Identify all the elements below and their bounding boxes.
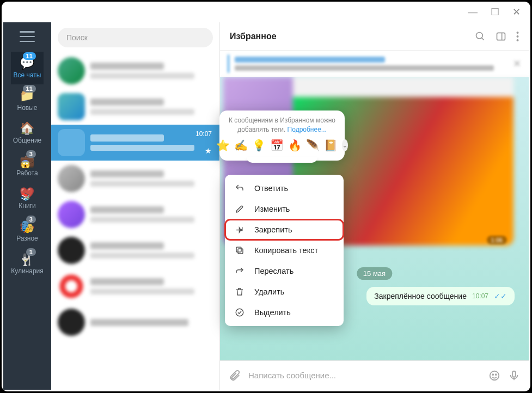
chat-header: Избранное: [220, 22, 529, 51]
message-input[interactable]: [248, 371, 481, 380]
svg-point-13: [236, 309, 243, 316]
chat-item[interactable]: [51, 196, 219, 232]
menu-select[interactable]: Выделить: [225, 302, 344, 323]
window-maximize[interactable]: ☐: [491, 6, 499, 18]
window-minimize[interactable]: —: [468, 7, 478, 18]
chat-item-selected[interactable]: 10:07 ★: [51, 125, 219, 161]
chat-item[interactable]: [51, 53, 219, 89]
attach-icon[interactable]: [229, 370, 241, 382]
menu-forward[interactable]: Переслать: [225, 261, 344, 281]
composer: [220, 360, 529, 390]
message-time: 10:07: [472, 292, 488, 300]
read-checks-icon: ✓✓: [494, 292, 507, 300]
tag-emoji[interactable]: 🔥: [288, 139, 302, 152]
svg-point-4: [517, 32, 519, 34]
chat-item[interactable]: [51, 268, 219, 304]
folder-cook[interactable]: 🍴🍸Кулинария1: [11, 248, 44, 280]
search-input[interactable]: Поиск: [58, 28, 213, 47]
menu-edit[interactable]: Изменить: [225, 199, 344, 219]
menu-button[interactable]: [20, 31, 35, 42]
tag-more-icon[interactable]: ⌄: [342, 139, 348, 151]
folder-work[interactable]: 💼😱Работа3: [11, 150, 44, 182]
folder-books[interactable]: ❤️📚Книги: [11, 182, 44, 215]
chat-item[interactable]: [51, 89, 219, 125]
svg-point-9: [496, 374, 497, 375]
search-icon[interactable]: [475, 31, 486, 42]
svg-point-7: [490, 371, 499, 380]
reply-icon: [235, 183, 246, 193]
folder-new[interactable]: 📁Новые11: [11, 84, 44, 117]
message-bubble[interactable]: Закреплённое сообщение 10:07 ✓✓: [366, 287, 515, 305]
delete-icon: [235, 287, 246, 297]
svg-point-0: [476, 32, 483, 39]
svg-rect-11: [238, 249, 243, 254]
svg-rect-10: [512, 371, 516, 377]
popover-hint: К сообщениям в Избранном можно добавлять…: [219, 116, 345, 138]
popover-more-link[interactable]: Подробнее...: [288, 126, 327, 133]
chat-item[interactable]: [51, 232, 219, 268]
emoji-icon[interactable]: [488, 370, 500, 382]
date-chip: 15 мая: [357, 267, 392, 280]
svg-line-1: [482, 38, 484, 40]
chat-time: 10:07: [195, 130, 212, 138]
tag-emoji[interactable]: ✍️: [234, 139, 248, 152]
chat-list-pane: Поиск 10:07 ★: [51, 22, 220, 390]
tag-emoji[interactable]: 💡: [252, 139, 266, 152]
folder-all[interactable]: 💬Все чаты11: [11, 52, 44, 84]
chat-item[interactable]: [51, 161, 219, 196]
tag-emoji[interactable]: 🪶: [306, 139, 320, 152]
window-close[interactable]: ✕: [512, 6, 521, 18]
tag-emoji[interactable]: ⭐: [216, 139, 230, 152]
menu-copy[interactable]: Копировать текст: [225, 240, 344, 261]
menu-delete[interactable]: Удалить: [225, 281, 344, 302]
context-menu: ОтветитьИзменитьЗакрепитьКопировать текс…: [225, 175, 344, 326]
tag-emoji[interactable]: 📅: [270, 139, 284, 152]
svg-rect-12: [236, 247, 241, 252]
select-icon: [235, 308, 246, 317]
folder-rail: 💬Все чаты11📁Новые11🏠Общение💼😱Работа3❤️📚К…: [3, 22, 51, 390]
voice-icon[interactable]: [508, 370, 520, 382]
message-text: Закреплённое сообщение: [374, 292, 467, 300]
edit-icon: [235, 204, 246, 214]
pin-icon: [235, 225, 246, 235]
svg-point-6: [517, 39, 519, 41]
folder-chat[interactable]: 🏠Общение: [11, 117, 44, 150]
star-icon: ★: [205, 146, 212, 155]
copy-icon: [235, 245, 246, 255]
tag-row: ⭐✍️💡📅🔥🪶📔⌄: [219, 138, 345, 157]
tag-emoji[interactable]: 📔: [324, 139, 338, 152]
folder-misc[interactable]: 🎭🎭Разное3: [11, 215, 44, 248]
svg-rect-2: [497, 33, 505, 40]
forward-icon: [235, 266, 246, 276]
sidebar-toggle-icon[interactable]: [496, 31, 506, 42]
search-placeholder: Поиск: [66, 33, 88, 42]
chat-item[interactable]: [51, 304, 219, 340]
pinned-message-bar[interactable]: ✕: [220, 51, 529, 77]
window-titlebar: — ☐ ✕: [2, 2, 530, 22]
menu-reply[interactable]: Ответить: [225, 178, 344, 199]
chat-title: Избранное: [230, 32, 465, 41]
menu-pin[interactable]: Закрепить: [225, 219, 344, 240]
tag-popover: К сообщениям в Избранном можно добавлять…: [219, 110, 345, 161]
media-time: 1:06: [487, 236, 507, 244]
close-icon[interactable]: ✕: [513, 58, 521, 70]
more-icon[interactable]: [516, 31, 519, 42]
svg-point-5: [517, 35, 519, 38]
svg-point-8: [492, 374, 493, 375]
